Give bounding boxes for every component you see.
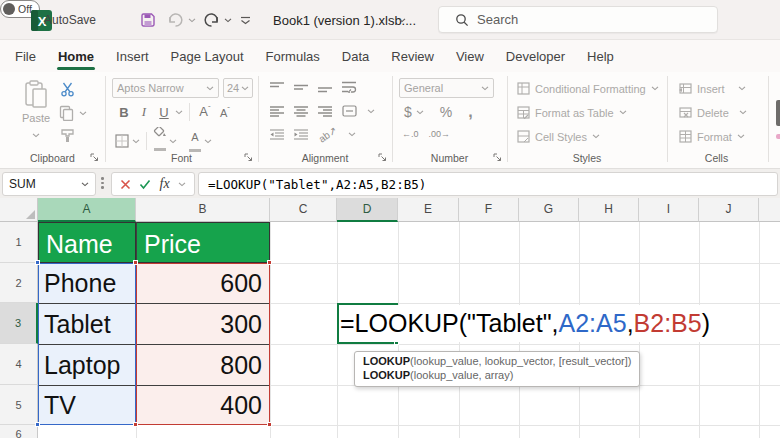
column-header-h[interactable]: H [579,198,639,222]
insert-function-button[interactable]: fx [160,176,170,192]
column-header-j[interactable]: J [699,198,759,222]
enter-button[interactable] [139,179,151,190]
search-placeholder: Search [477,12,518,27]
copy-button [59,105,87,121]
group-styles: Conditional Formatting Format as Table C… [507,72,667,168]
paste-button: Paste [16,80,56,142]
bold-button: B [115,105,133,120]
insert-cells-icon [679,82,692,95]
align-bottom-icon [318,82,332,93]
customize-toolbar-icon[interactable] [240,0,251,40]
autosave-label: AutoSave [44,0,96,40]
tab-developer[interactable]: Developer [495,40,576,72]
paste-icon [23,80,49,110]
format-cells-icon [679,130,692,143]
cell-a1-text: Name [46,222,113,266]
in-cell-formula[interactable]: =LOOKUP("Tablet",A2:A5,B2:B5) [340,305,712,342]
row-header-3[interactable]: 3 [0,303,38,344]
fx-chevron-icon[interactable] [178,182,186,187]
italic-button: I [135,104,153,120]
delete-cells-icon [679,106,692,119]
clipboard-dialog-launcher-icon[interactable] [90,153,99,162]
save-button[interactable] [140,0,156,40]
column-header-a[interactable]: A [38,198,136,222]
title-bar: X AutoSave Off Book1 (version 1).xlsb...… [0,0,780,40]
tab-review[interactable]: Review [380,40,445,72]
format-painter-button [60,128,75,143]
toggle-knob-icon [3,3,15,15]
formula-input[interactable]: =LOOKUP("Tablet",A2:A5,B2:B5) [198,172,778,196]
row-header-4[interactable]: 4 [0,344,38,385]
clipped-ribbon-icon [776,100,780,126]
alignment-dialog-launcher-icon[interactable] [378,153,387,162]
tab-data[interactable]: Data [331,40,380,72]
fill-color-button [153,127,166,155]
range-handle-icon[interactable] [267,260,272,265]
cell-a4-text: Laptop [44,344,120,386]
group-clipboard: Paste Clipboard [0,72,105,168]
borders-icon [115,134,129,148]
align-top-icon [270,82,284,93]
number-dialog-launcher-icon[interactable] [493,153,502,162]
cell-styles-icon [517,130,530,143]
align-right-icon [318,106,332,117]
cancel-button[interactable] [120,179,131,190]
formula-bar-grip-icon[interactable] [101,177,104,189]
ribbon-tabs: File Home Insert Page Layout Formulas Da… [0,40,780,72]
percent-button: % [440,104,452,120]
merge-center-icon [342,105,357,117]
column-header-c[interactable]: C [270,198,337,222]
group-font: Aptos Narrow 24 B I U Aˆ Aˇ [105,72,258,168]
gridline [270,344,780,345]
excel-window: X AutoSave Off Book1 (version 1).xlsb...… [0,0,780,438]
underline-dropdown-icon [175,110,183,115]
search-input[interactable]: Search [438,6,718,33]
range-handle-icon[interactable] [267,422,272,427]
cut-button [60,82,75,97]
tab-insert[interactable]: Insert [105,40,160,72]
tab-help[interactable]: Help [576,40,625,72]
name-box[interactable]: SUM [2,172,96,196]
tab-file[interactable]: File [4,40,47,72]
redo-button[interactable] [203,0,220,40]
tab-home[interactable]: Home [47,40,105,72]
format-cells-button: Format [679,130,745,143]
orientation-icon: ab↗ [317,124,339,144]
tab-page-layout[interactable]: Page Layout [160,40,255,72]
font-dialog-launcher-icon[interactable] [244,153,253,162]
spreadsheet-grid[interactable]: A B C D E F G H I J 1 2 3 4 5 6 [0,198,780,438]
formula-buttons: fx [111,172,195,196]
insert-cells-button: Insert [679,82,746,95]
conditional-formatting-icon [517,82,530,95]
name-box-chevron-icon[interactable] [81,182,89,187]
tab-formulas[interactable]: Formulas [255,40,331,72]
shrink-font-button: Aˇ [216,105,234,119]
row-header-2[interactable]: 2 [0,263,38,303]
document-title[interactable]: Book1 (version 1).xlsb.... [273,0,416,40]
tab-view[interactable]: View [445,40,495,72]
cell-b1-text: Price [144,222,201,266]
range-handle-icon[interactable] [35,260,40,265]
cell-b4-text: 800 [136,344,262,386]
select-all-button[interactable] [0,198,38,222]
document-title-chevron-icon[interactable] [398,0,406,40]
autosave-state: Off [18,3,32,15]
function-tooltip: LOOKUP(lookup_value, lookup_vector, [res… [354,351,640,387]
group-cells: Insert Delete Format Cells [667,72,766,168]
column-header-k-partial[interactable] [759,198,780,222]
row-header-5[interactable]: 5 [0,385,38,425]
redo-dropdown-icon[interactable] [224,0,232,40]
column-header-e[interactable]: E [398,198,459,222]
column-header-i[interactable]: I [639,198,699,222]
fill-color-icon [153,127,166,137]
font-color-button: A [189,131,201,152]
gridline [270,263,780,264]
column-header-f[interactable]: F [459,198,519,222]
row-header-1[interactable]: 1 [0,222,38,263]
range-handle-icon[interactable] [35,422,40,427]
row-header-6[interactable]: 6 [0,425,38,438]
undo-dropdown-icon[interactable] [188,0,196,40]
column-header-b[interactable]: B [136,198,270,222]
column-header-g[interactable]: G [519,198,579,222]
column-header-d[interactable]: D [337,198,398,222]
